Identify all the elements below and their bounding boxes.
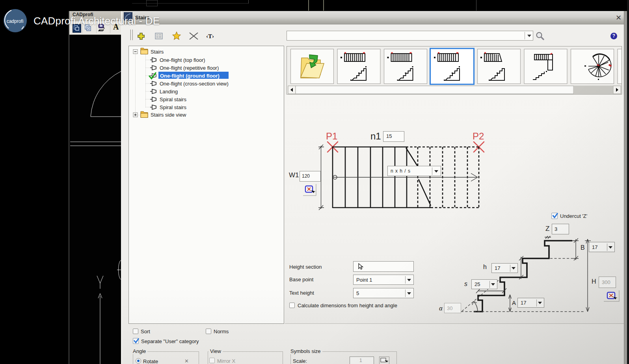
svg-text:cadprofi: cadprofi: [7, 19, 24, 24]
